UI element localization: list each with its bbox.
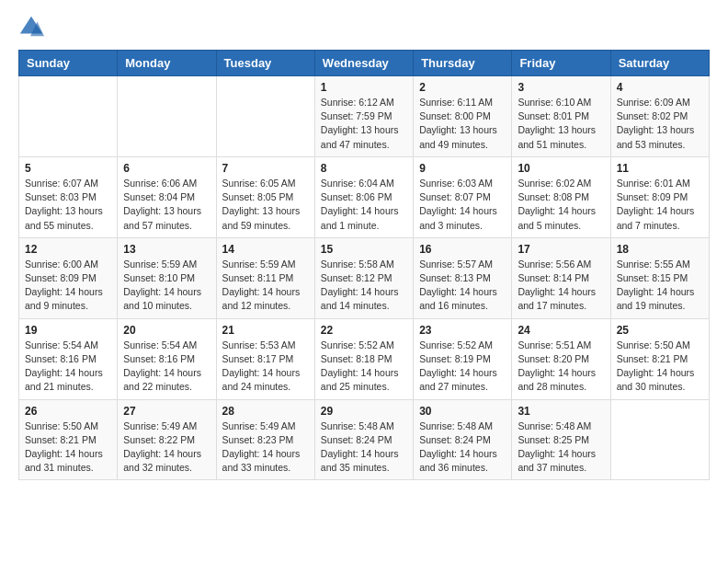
day-info-line: Daylight: 14 hours <box>419 447 506 461</box>
day-info: Sunrise: 5:48 AMSunset: 8:25 PMDaylight:… <box>518 419 604 476</box>
day-info-line: Sunset: 8:09 PM <box>25 271 111 285</box>
day-info-line: Sunrise: 5:53 AM <box>222 339 309 352</box>
day-info-line: Sunset: 8:04 PM <box>123 190 210 204</box>
day-info-line: Sunrise: 6:03 AM <box>419 177 506 190</box>
day-info-line: Sunrise: 6:07 AM <box>25 177 111 190</box>
day-info: Sunrise: 5:52 AMSunset: 8:18 PMDaylight:… <box>321 339 407 395</box>
logo-icon <box>18 15 44 40</box>
day-number: 20 <box>123 324 210 337</box>
day-info: Sunrise: 5:50 AMSunset: 8:21 PMDaylight:… <box>25 419 111 476</box>
day-info-line: Sunrise: 6:09 AM <box>617 96 703 109</box>
day-info-line: Sunset: 8:01 PM <box>518 109 604 123</box>
day-number: 12 <box>25 243 111 256</box>
day-number: 29 <box>321 405 407 418</box>
day-info-line: and 33 minutes. <box>222 461 309 475</box>
day-info-line: Sunset: 8:16 PM <box>123 352 210 366</box>
calendar-day-cell: 24Sunrise: 5:51 AMSunset: 8:20 PMDayligh… <box>512 318 610 399</box>
day-info-line: and 7 minutes. <box>617 219 703 233</box>
day-info-line: Sunset: 8:22 PM <box>123 433 210 447</box>
day-info-line: and 49 minutes. <box>419 138 506 152</box>
day-info: Sunrise: 5:56 AMSunset: 8:14 PMDaylight:… <box>518 258 604 314</box>
calendar-day-cell: 22Sunrise: 5:52 AMSunset: 8:18 PMDayligh… <box>314 318 413 399</box>
day-info-line: Daylight: 13 hours <box>222 204 309 218</box>
calendar-body: 1Sunrise: 6:12 AMSunset: 7:59 PMDaylight… <box>19 76 710 480</box>
weekday-header: Saturday <box>610 51 709 76</box>
day-info: Sunrise: 5:58 AMSunset: 8:12 PMDaylight:… <box>321 258 407 314</box>
day-info-line: and 12 minutes. <box>222 299 309 313</box>
day-info: Sunrise: 6:04 AMSunset: 8:06 PMDaylight:… <box>321 177 407 233</box>
day-info-line: Daylight: 14 hours <box>222 285 309 299</box>
day-number: 3 <box>518 81 604 94</box>
day-info-line: Daylight: 14 hours <box>518 447 604 461</box>
day-info-line: Sunset: 7:59 PM <box>321 109 407 123</box>
day-info-line: Daylight: 14 hours <box>123 366 210 380</box>
day-info-line: Sunrise: 6:12 AM <box>321 96 407 109</box>
day-info: Sunrise: 6:05 AMSunset: 8:05 PMDaylight:… <box>222 177 309 233</box>
day-info-line: Sunrise: 5:59 AM <box>222 258 309 271</box>
calendar-week-row: 5Sunrise: 6:07 AMSunset: 8:03 PMDaylight… <box>19 156 710 237</box>
day-info-line: Sunset: 8:00 PM <box>419 109 506 123</box>
day-info-line: Sunrise: 5:52 AM <box>419 339 506 352</box>
day-info-line: Daylight: 14 hours <box>321 285 407 299</box>
day-info-line: Sunset: 8:11 PM <box>222 271 309 285</box>
day-info-line: and 10 minutes. <box>123 299 210 313</box>
day-info-line: and 31 minutes. <box>25 461 111 475</box>
day-number: 9 <box>419 162 506 175</box>
day-info: Sunrise: 5:55 AMSunset: 8:15 PMDaylight:… <box>617 258 703 314</box>
day-info-line: Sunset: 8:21 PM <box>617 352 703 366</box>
day-info-line: Daylight: 13 hours <box>419 123 506 137</box>
day-info-line: Daylight: 14 hours <box>617 366 703 380</box>
day-info-line: Sunset: 8:02 PM <box>617 109 703 123</box>
day-number: 8 <box>321 162 407 175</box>
day-info-line: and 51 minutes. <box>518 138 604 152</box>
day-info-line: Sunrise: 5:50 AM <box>25 419 111 433</box>
day-info: Sunrise: 5:48 AMSunset: 8:24 PMDaylight:… <box>419 419 506 476</box>
day-info-line: Sunset: 8:18 PM <box>321 352 407 366</box>
day-info-line: Sunset: 8:16 PM <box>25 352 111 366</box>
day-info-line: Sunset: 8:03 PM <box>25 190 111 204</box>
day-info: Sunrise: 6:06 AMSunset: 8:04 PMDaylight:… <box>123 177 210 233</box>
calendar-week-row: 19Sunrise: 5:54 AMSunset: 8:16 PMDayligh… <box>19 318 710 399</box>
day-number: 14 <box>222 243 309 256</box>
weekday-header: Tuesday <box>216 51 314 76</box>
day-info-line: and 17 minutes. <box>518 299 604 313</box>
day-info: Sunrise: 5:59 AMSunset: 8:11 PMDaylight:… <box>222 258 309 314</box>
day-info-line: Daylight: 14 hours <box>518 366 604 380</box>
calendar-day-cell: 26Sunrise: 5:50 AMSunset: 8:21 PMDayligh… <box>19 399 118 480</box>
day-info-line: Daylight: 13 hours <box>123 204 210 218</box>
day-info: Sunrise: 5:59 AMSunset: 8:10 PMDaylight:… <box>123 258 210 314</box>
calendar-week-row: 26Sunrise: 5:50 AMSunset: 8:21 PMDayligh… <box>19 399 710 480</box>
day-info-line: and 36 minutes. <box>419 461 506 475</box>
day-info-line: Daylight: 14 hours <box>419 204 506 218</box>
day-info-line: and 16 minutes. <box>419 299 506 313</box>
day-number: 21 <box>222 324 309 337</box>
day-info-line: and 25 minutes. <box>321 380 407 394</box>
calendar-day-cell: 9Sunrise: 6:03 AMSunset: 8:07 PMDaylight… <box>414 156 512 237</box>
day-info: Sunrise: 6:09 AMSunset: 8:02 PMDaylight:… <box>617 96 703 152</box>
weekday-header: Monday <box>118 51 216 76</box>
calendar-day-cell: 6Sunrise: 6:06 AMSunset: 8:04 PMDaylight… <box>118 156 216 237</box>
day-info: Sunrise: 5:53 AMSunset: 8:17 PMDaylight:… <box>222 339 309 395</box>
day-info-line: Sunrise: 5:51 AM <box>518 339 604 352</box>
day-info-line: and 14 minutes. <box>321 299 407 313</box>
day-info-line: Sunrise: 6:06 AM <box>123 177 210 190</box>
day-number: 1 <box>321 81 407 94</box>
calendar-week-row: 12Sunrise: 6:00 AMSunset: 8:09 PMDayligh… <box>19 237 710 318</box>
day-number: 17 <box>518 243 604 256</box>
day-info-line: Sunset: 8:24 PM <box>419 433 506 447</box>
day-info-line: and 59 minutes. <box>222 219 309 233</box>
day-info-line: and 37 minutes. <box>518 461 604 475</box>
day-number: 28 <box>222 405 309 418</box>
day-info-line: Daylight: 14 hours <box>321 366 407 380</box>
day-info-line: Sunrise: 6:04 AM <box>321 177 407 190</box>
day-info-line: Sunset: 8:19 PM <box>419 352 506 366</box>
day-info: Sunrise: 6:02 AMSunset: 8:08 PMDaylight:… <box>518 177 604 233</box>
day-number: 16 <box>419 243 506 256</box>
day-number: 15 <box>321 243 407 256</box>
day-info-line: Sunset: 8:17 PM <box>222 352 309 366</box>
day-info-line: and 53 minutes. <box>617 138 703 152</box>
day-number: 31 <box>518 405 604 418</box>
day-info: Sunrise: 5:57 AMSunset: 8:13 PMDaylight:… <box>419 258 506 314</box>
day-info: Sunrise: 6:12 AMSunset: 7:59 PMDaylight:… <box>321 96 407 152</box>
day-info-line: Sunset: 8:14 PM <box>518 271 604 285</box>
